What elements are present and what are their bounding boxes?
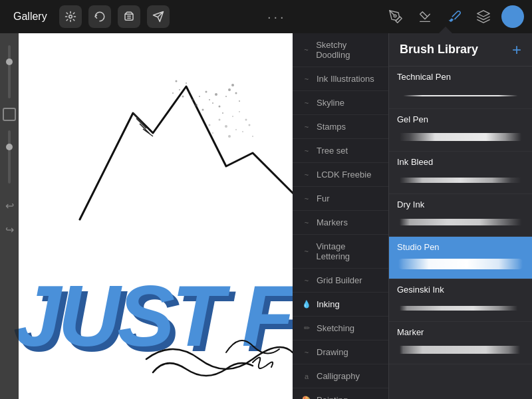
brush-name-gel-pen: Gel Pen (397, 114, 524, 124)
brush-panel-header: Brush Library + (389, 33, 532, 66)
category-icon-tree-set: ~ (302, 147, 311, 155)
brush-preview-marker (397, 340, 524, 358)
brush-item-technical-pen[interactable]: Technical Pen (389, 66, 532, 109)
category-label-sketchy-doodling: Sketchy Doodling (316, 40, 379, 60)
svg-point-25 (225, 125, 227, 128)
brush-name-marker: Marker (397, 327, 524, 337)
size-slider[interactable] (8, 130, 11, 184)
category-icon-vintage-lettering: ~ (302, 247, 311, 255)
category-label-drawing: Drawing (317, 347, 348, 357)
brush-item-marker[interactable]: Marker (389, 322, 532, 364)
brush-name-studio-pen: Studio Pen (397, 242, 524, 252)
undo-button[interactable]: ↩ (2, 198, 17, 213)
svg-point-2 (192, 99, 194, 101)
brush-stroke-gel-pen (397, 133, 524, 141)
category-label-tree-set: Tree set (317, 146, 348, 156)
brush-item-dry-ink[interactable]: Dry Ink (389, 194, 532, 237)
category-item-sketching[interactable]: ✏Sketching (293, 317, 388, 340)
category-icon-stamps: ~ (302, 123, 311, 131)
svg-point-1 (394, 15, 396, 17)
category-item-stamps[interactable]: ~Stamps (293, 115, 388, 139)
brush-stroke-studio-pen (397, 259, 524, 269)
category-item-ink-illustrations[interactable]: ~Ink Illustrations (293, 67, 388, 91)
more-options-dots[interactable]: ··· (267, 9, 287, 25)
arrow-icon-button[interactable] (88, 5, 111, 28)
user-avatar[interactable] (501, 5, 524, 28)
category-label-stamps: Stamps (317, 122, 346, 132)
brush-preview-gesinski-ink (397, 297, 524, 316)
svg-point-8 (215, 93, 217, 96)
smudge-tool-icon[interactable] (414, 5, 436, 28)
category-item-skyline[interactable]: ~Skyline (293, 91, 388, 115)
svg-point-19 (231, 84, 234, 86)
category-item-calligraphy[interactable]: aCalligraphy (293, 364, 388, 388)
brush-stroke-dry-ink (397, 219, 524, 225)
brush-stroke-technical-pen (397, 95, 524, 96)
svg-point-3 (199, 96, 200, 97)
category-label-calligraphy: Calligraphy (317, 371, 360, 381)
category-item-tree-set[interactable]: ~Tree set (293, 139, 388, 163)
brush-name-technical-pen: Technical Pen (397, 72, 524, 82)
layer-thumbnail[interactable] (3, 108, 16, 121)
svg-point-21 (176, 80, 178, 82)
svg-point-18 (239, 100, 240, 102)
brush-tool-icon[interactable] (443, 5, 466, 28)
toolbar-right (384, 5, 524, 28)
category-icon-skyline: ~ (302, 99, 311, 107)
category-item-grid-builder[interactable]: ~Grid Builder (293, 269, 388, 293)
opacity-slider[interactable] (8, 45, 11, 98)
gallery-button[interactable]: Gallery (8, 8, 53, 25)
category-item-lcdk-freebie[interactable]: ~LCDK Freebie (293, 163, 388, 187)
svg-point-34 (252, 136, 253, 137)
brush-name-dry-ink: Dry Ink (397, 200, 524, 209)
category-icon-grid-builder: ~ (302, 277, 311, 285)
toolbar-center: ··· (170, 9, 384, 25)
category-label-skyline: Skyline (317, 98, 344, 108)
svg-point-13 (222, 112, 223, 114)
svg-point-9 (212, 102, 213, 104)
svg-point-24 (232, 116, 233, 117)
svg-point-27 (245, 119, 247, 121)
category-icon-painting: 🎨 (302, 396, 311, 399)
brush-name-ink-bleed: Ink Bleed (397, 157, 524, 167)
pen-tool-icon[interactable] (384, 5, 407, 28)
category-item-painting[interactable]: 🎨Painting (293, 388, 388, 399)
category-item-drawing[interactable]: ~Drawing (293, 340, 388, 364)
s-icon-button[interactable] (118, 5, 140, 28)
svg-point-20 (179, 89, 180, 90)
add-brush-button[interactable]: + (512, 42, 521, 58)
category-item-fur[interactable]: ~Fur (293, 187, 388, 211)
brush-preview-dry-ink (397, 212, 524, 231)
category-item-sketchy-doodling[interactable]: ~Sketchy Doodling (293, 33, 388, 67)
category-label-lcdk-freebie: LCDK Freebie (317, 170, 371, 180)
category-item-inking[interactable]: 💧Inking (293, 293, 388, 317)
brush-items-container: Technical PenGel PenInk BleedDry InkStud… (389, 66, 532, 399)
send-icon-button[interactable] (147, 5, 170, 28)
category-label-vintage-lettering: Vintage Lettering (317, 241, 380, 261)
brush-item-gesinski-ink[interactable]: Gesinski Ink (389, 279, 532, 322)
svg-point-12 (228, 88, 231, 91)
layers-icon[interactable] (472, 5, 495, 28)
swirl-artwork (0, 253, 299, 399)
brush-item-studio-pen[interactable]: Studio Pen (389, 237, 532, 279)
svg-point-7 (202, 109, 204, 111)
category-item-markers[interactable]: ~Markers (293, 211, 388, 235)
redo-button[interactable]: ↪ (2, 222, 17, 237)
brush-stroke-ink-bleed (397, 178, 524, 183)
category-label-ink-illustrations: Ink Illustrations (317, 74, 374, 84)
category-icon-inking: 💧 (302, 300, 311, 309)
category-item-vintage-lettering[interactable]: ~Vintage Lettering (293, 235, 388, 269)
brush-panel: Brush Library + ~Sketchy Doodling~Ink Il… (293, 33, 532, 399)
brush-item-ink-bleed[interactable]: Ink Bleed (389, 152, 532, 194)
svg-point-10 (219, 106, 221, 108)
category-label-sketching: Sketching (317, 323, 354, 333)
svg-point-30 (242, 131, 243, 132)
svg-point-5 (205, 91, 207, 93)
brush-item-gel-pen[interactable]: Gel Pen (389, 109, 532, 152)
brush-stroke-marker (397, 346, 524, 354)
svg-point-23 (219, 119, 221, 121)
brush-name-gesinski-ink: Gesinski Ink (397, 285, 524, 295)
category-icon-calligraphy: a (302, 372, 311, 380)
svg-point-28 (235, 129, 237, 130)
settings-icon-button[interactable] (59, 5, 82, 28)
